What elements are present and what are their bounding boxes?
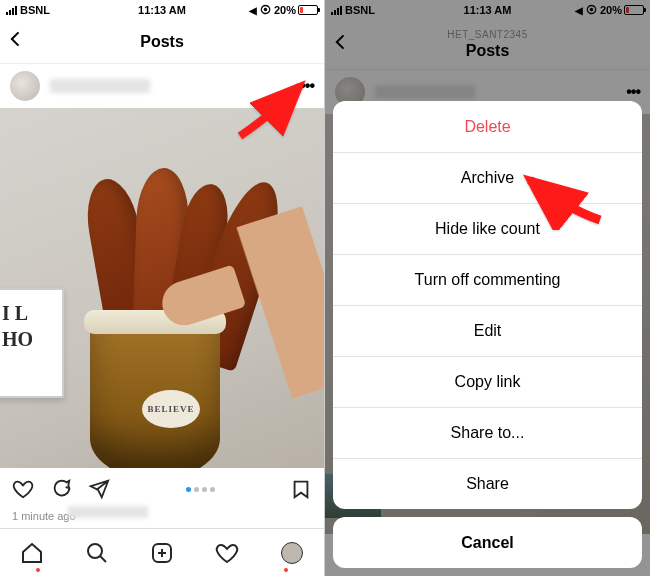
lock-icon: ⦿ — [260, 4, 271, 16]
sheet-share[interactable]: Share — [333, 458, 642, 509]
tab-home[interactable] — [20, 541, 44, 565]
page-title: Posts — [140, 33, 184, 51]
phone-left: BSNL 11:13 AM ◀ ⦿ 20% Posts ••• I L HO — [0, 0, 325, 576]
post-timestamp: 1 minute ago — [0, 510, 324, 522]
sheet-copy-link[interactable]: Copy link — [333, 356, 642, 407]
like-icon[interactable] — [12, 478, 34, 500]
battery-percent: 20% — [274, 4, 296, 16]
battery-icon — [298, 5, 318, 15]
phone-right: BSNL 11:13 AM ◀ ⦿ 20% HET_SANT2345 Posts… — [325, 0, 650, 576]
nav-header: Posts — [0, 20, 324, 64]
tab-new-post[interactable] — [150, 541, 174, 565]
tab-profile[interactable] — [280, 541, 304, 565]
action-sheet-group: Delete Archive Hide like count Turn off … — [333, 101, 642, 509]
location-icon: ◀ — [249, 5, 257, 16]
carrier-label: BSNL — [20, 4, 50, 16]
sheet-edit[interactable]: Edit — [333, 305, 642, 356]
tab-activity[interactable] — [215, 541, 239, 565]
carousel-pager — [126, 487, 274, 492]
action-sheet: Delete Archive Hide like count Turn off … — [333, 101, 642, 568]
post-header: ••• — [0, 64, 324, 108]
post-actions — [0, 468, 324, 510]
decor-sign: I L HO — [0, 288, 64, 398]
comment-icon[interactable] — [50, 478, 72, 500]
next-post-username — [68, 506, 148, 518]
back-button[interactable] — [6, 29, 26, 55]
save-icon[interactable] — [290, 478, 312, 500]
signal-icon — [6, 6, 17, 15]
share-icon[interactable] — [88, 478, 110, 500]
status-bar: BSNL 11:13 AM ◀ ⦿ 20% — [0, 0, 324, 20]
post-image[interactable]: I L HO BELIEVE — [0, 108, 324, 468]
sheet-delete[interactable]: Delete — [333, 101, 642, 152]
svg-point-0 — [88, 544, 102, 558]
sheet-archive[interactable]: Archive — [333, 152, 642, 203]
more-options-button[interactable]: ••• — [300, 77, 314, 95]
avatar[interactable] — [10, 71, 40, 101]
sheet-cancel[interactable]: Cancel — [333, 517, 642, 568]
sheet-turn-off-commenting[interactable]: Turn off commenting — [333, 254, 642, 305]
username[interactable] — [50, 79, 150, 93]
tab-bar — [0, 528, 324, 576]
sheet-hide-like-count[interactable]: Hide like count — [333, 203, 642, 254]
sheet-share-to[interactable]: Share to... — [333, 407, 642, 458]
tab-search[interactable] — [85, 541, 109, 565]
